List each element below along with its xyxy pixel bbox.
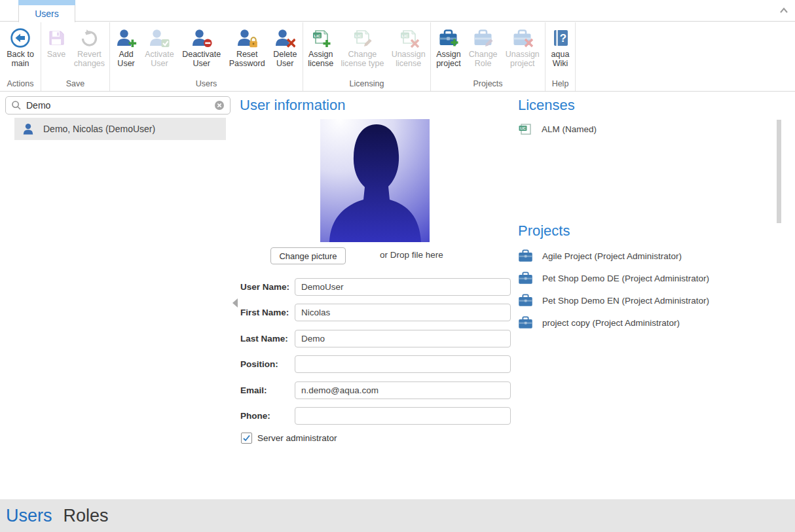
svg-text:LIC: LIC bbox=[356, 33, 362, 38]
deactivate-user-label: Deactivate User bbox=[182, 50, 221, 68]
active-tab-accent bbox=[18, 0, 75, 5]
unassign-license-button: LIC Unassign license bbox=[389, 26, 428, 68]
back-to-main-label: Back to main bbox=[7, 50, 34, 68]
revert-changes-label: Revert changes bbox=[74, 50, 105, 68]
server-administrator-checkbox[interactable] bbox=[241, 433, 252, 444]
add-user-button[interactable]: Add User bbox=[113, 26, 139, 68]
content-area: Demo, Nicolas (DemoUser) User informatio… bbox=[0, 92, 795, 499]
checkmark-icon bbox=[242, 434, 251, 442]
project-item-label: Agile Project (Project Administrator) bbox=[542, 251, 682, 261]
briefcase-icon bbox=[518, 272, 533, 285]
person-icon bbox=[22, 122, 35, 135]
delete-user-button[interactable]: Delete User bbox=[270, 26, 299, 68]
username-label: User Name: bbox=[240, 282, 289, 292]
tab-users-label: Users bbox=[35, 9, 59, 19]
svg-text:LIC: LIC bbox=[314, 33, 320, 38]
form-row-phone: Phone: bbox=[239, 407, 514, 425]
footer-tab-users[interactable]: Users bbox=[6, 506, 52, 526]
project-item-label: Pet Shop Demo DE (Project Administrator) bbox=[542, 274, 709, 283]
change-role-button: Change Role bbox=[466, 26, 500, 68]
lastname-label: Last Name: bbox=[240, 334, 288, 344]
search-icon bbox=[11, 100, 22, 111]
firstname-field[interactable] bbox=[295, 304, 511, 321]
unassign-license-label: Unassign license bbox=[392, 50, 426, 68]
project-item-label: Pet Shop Demo EN (Project Administrator) bbox=[542, 296, 709, 306]
deactivate-user-button[interactable]: Deactivate User bbox=[179, 26, 223, 68]
footer-tab-bar: Users Roles bbox=[0, 499, 795, 532]
project-item[interactable]: project copy (Project Administrator) bbox=[518, 315, 780, 330]
group-caption-licensing: Licensing bbox=[303, 79, 430, 91]
avatar-silhouette bbox=[320, 119, 430, 242]
assign-project-button[interactable]: Assign project bbox=[434, 26, 464, 68]
change-license-type-icon: LIC bbox=[352, 27, 373, 48]
phone-field[interactable] bbox=[295, 407, 511, 425]
ribbon-group-users: Add User Activate User Deactivat bbox=[110, 22, 303, 91]
ribbon-group-actions: Back to main Actions bbox=[0, 22, 41, 91]
reset-password-icon bbox=[236, 27, 257, 48]
username-field[interactable] bbox=[295, 278, 511, 296]
ribbon-group-save: Save Revert changes Save bbox=[41, 22, 110, 91]
deactivate-user-icon bbox=[191, 27, 212, 48]
project-item[interactable]: Agile Project (Project Administrator) bbox=[518, 248, 780, 264]
change-license-type-button: LIC Change license type bbox=[338, 26, 386, 68]
lastname-field[interactable] bbox=[295, 330, 511, 347]
license-item-label: ALM (Named) bbox=[542, 124, 597, 134]
project-item-label: project copy (Project Administrator) bbox=[542, 318, 680, 328]
form-row-position: Position: bbox=[239, 355, 514, 374]
user-search-box bbox=[5, 96, 231, 115]
server-administrator-row: Server administrator bbox=[241, 433, 337, 444]
assign-license-button[interactable]: LIC Assign license bbox=[305, 26, 336, 68]
ribbon-group-help: ? aqua Wiki Help bbox=[545, 22, 576, 91]
activate-user-label: Activate User bbox=[145, 50, 174, 68]
search-input[interactable] bbox=[26, 100, 214, 111]
projects-title: Projects bbox=[518, 222, 570, 239]
delete-user-icon bbox=[274, 27, 295, 48]
clear-search-icon[interactable] bbox=[214, 100, 225, 111]
drop-file-hint: or Drop file here bbox=[380, 250, 443, 260]
back-arrow-icon bbox=[10, 27, 31, 48]
wiki-book-icon: ? bbox=[550, 27, 571, 48]
svg-text:LIC: LIC bbox=[401, 33, 408, 38]
chevron-up-icon[interactable] bbox=[778, 5, 790, 16]
tab-users[interactable]: Users bbox=[18, 5, 75, 22]
license-item[interactable]: LIC ALM (Named) bbox=[518, 121, 780, 137]
reset-password-button[interactable]: Reset Password bbox=[227, 26, 268, 68]
server-administrator-label: Server administrator bbox=[257, 433, 337, 443]
unassign-license-icon: LIC bbox=[398, 27, 419, 48]
project-item[interactable]: Pet Shop Demo DE (Project Administrator) bbox=[518, 270, 780, 286]
activate-user-icon bbox=[149, 27, 170, 48]
change-role-icon bbox=[473, 27, 494, 48]
unassign-project-icon bbox=[512, 27, 533, 48]
phone-label: Phone: bbox=[240, 411, 270, 421]
user-list-item[interactable]: Demo, Nicolas (DemoUser) bbox=[14, 118, 226, 140]
group-caption-help: Help bbox=[545, 79, 575, 91]
form-row-email: Email: bbox=[239, 381, 514, 400]
reset-password-label: Reset Password bbox=[229, 50, 265, 68]
user-information-title: User information bbox=[240, 97, 345, 114]
svg-text:?: ? bbox=[559, 32, 566, 44]
briefcase-icon bbox=[518, 294, 533, 307]
vertical-scrollbar[interactable] bbox=[777, 120, 781, 223]
user-list-item-label: Demo, Nicolas (DemoUser) bbox=[43, 124, 155, 134]
back-to-main-button[interactable]: Back to main bbox=[4, 26, 37, 68]
ribbon-tab-strip: Users bbox=[0, 0, 795, 22]
collapse-panel-icon[interactable] bbox=[232, 298, 238, 308]
save-button: Save bbox=[43, 26, 69, 60]
position-field[interactable] bbox=[295, 355, 511, 373]
change-license-type-label: Change license type bbox=[341, 50, 384, 68]
project-item[interactable]: Pet Shop Demo EN (Project Administrator) bbox=[518, 293, 780, 308]
email-field[interactable] bbox=[295, 381, 511, 399]
unassign-project-button: Unassign project bbox=[503, 26, 542, 68]
form-row-firstname: First Name: bbox=[239, 304, 514, 322]
user-information-panel: User information Change picture or Drop … bbox=[239, 92, 514, 499]
save-label: Save bbox=[47, 50, 66, 60]
assign-license-icon: LIC bbox=[310, 27, 331, 48]
change-role-label: Change Role bbox=[469, 50, 498, 68]
footer-tab-roles[interactable]: Roles bbox=[64, 506, 109, 526]
avatar bbox=[320, 119, 430, 242]
svg-text:LIC: LIC bbox=[520, 126, 525, 130]
change-picture-button[interactable]: Change picture bbox=[270, 247, 346, 264]
aqua-wiki-button[interactable]: ? aqua Wiki bbox=[547, 26, 574, 68]
delete-user-label: Delete User bbox=[273, 50, 297, 68]
briefcase-icon bbox=[518, 316, 533, 329]
